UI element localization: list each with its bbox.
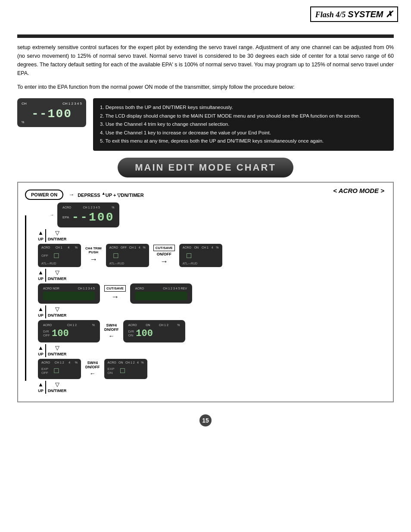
dr-off-label: D/ROFF [43,330,50,337]
dn-label-5: DN/TIMER [48,389,67,393]
right-arrow-ch4: → [90,255,97,264]
up-label-4: UP [38,352,44,356]
off-ch1b-header: ACRO OFF CH 1 4 % [109,246,146,249]
dr-off-header: ACRO CH 1 2 % [43,324,95,327]
exp-on-lcd: ACRO ON CH 1 2 4 % EXPON □ [104,359,147,379]
up-label-1: UP [38,237,44,241]
exp-row: ACRO CH 1 2 4 % EXPOFF □ SW#4DN/OFF ← [38,359,386,379]
depress-label: DEPRESS ▲UP + ▽DN/TIMER [78,191,143,198]
off-ch1-header: ACRO CH 1 4 % [41,246,78,249]
up-arrow-5: ▲ [38,381,44,388]
dr-on-pct: % [177,324,180,327]
vert-sep-2 [45,269,46,282]
on-off-label: ON/OFF [157,252,171,256]
dr-off-digits: 100 [52,328,69,339]
dn-label-4: DN/TIMER [48,352,67,356]
up-arrow-2: ▲ [38,269,44,276]
off-b-off: OFF [121,246,127,249]
exp-on-label: EXPON [108,367,115,375]
epa-lcd-header: ACRO CH 1 2 3 4 5 % [62,206,114,209]
lcd-acro: CH [22,102,27,106]
epa-acro: ACRO [62,206,71,209]
up-arrow-1: ▲ [38,230,44,236]
vert-sep-1 [45,229,46,242]
dr-on-ch: CH 1 2 [159,324,168,327]
procedure-steps: 1. Depress both the UP and DN/TIMER keys… [93,98,394,151]
dr-off-acro: ACRO [43,324,52,327]
nor-ch: CH 1 2 3 4 5 [78,287,95,290]
ch4-trim-container: CH4 TRIMPUSH → [85,246,102,264]
controls-row-1: ▲ UP ▽ DN/TIMER [38,229,386,242]
dr-on-digits: 100 [136,328,153,339]
off-b-square: □ [109,250,122,262]
power-on-button: POWER ON [25,190,63,200]
lcd-top-row: CH CH 1 2 3 4 5 [22,102,82,106]
exp-off-acro: ACRO [41,361,50,364]
dr-on-on: ON [146,324,150,327]
exp-off-pct: % [75,361,78,364]
step-2: 2. The LCD display should change to the … [100,112,387,121]
diagram-area: < ACRO MODE > POWER ON → DEPRESS ▲UP + ▽… [17,182,394,402]
lcd-channels: CH 1 2 3 4 5 [62,102,82,106]
row-off-ch4: ACRO CH 1 4 % OFF □ ATL—RUD CH4 TRIMPUSH… [38,244,386,267]
dn-label-1: DN/TIMER [48,237,67,241]
sw4-exp-container: SW#4DN/OFF ← [85,361,100,377]
procedure-section: CH CH 1 2 3 4 5 --100 % 1. Depress both … [17,98,394,151]
exp-on-header: ACRO ON CH 1 2 4 % [108,361,144,364]
step-5: 5. To exit this menu at any time, depres… [100,137,387,146]
dn-label-2: DN/TIMER [48,277,67,281]
epa-row: → ACRO CH 1 2 3 4 5 % EPA --100 [38,202,386,227]
epa-label: EPA [62,215,69,219]
dr-off-pct: % [92,324,95,327]
dr-on-label: D/RON [128,330,134,337]
up-arrow-3: ▲ [38,306,44,312]
off-num4: 4 [68,246,69,249]
exp-on-ch: CH 1 2 [125,361,135,364]
off-acro: ACRO [41,246,50,249]
epa-ch: CH 1 2 3 4 5 [83,206,100,209]
controls-row-5: ▲ UP ▽ DN/TIMER [38,381,386,394]
exp-on-on: ON [118,361,123,364]
exp-off-4: 4 [68,361,70,364]
up-label-5: UP [38,389,44,393]
logo-flash-text: Flash 4/5 [315,10,346,19]
exp-on-acro: ACRO [108,361,116,364]
cut-save-area: CUT/SAVE ON/OFF → [153,245,175,266]
power-on-area: POWER ON → DEPRESS ▲UP + ▽DN/TIMER [25,190,386,200]
up-label-3: UP [38,313,44,317]
step-4: 4. Use the Channel 1 key to increase or … [100,129,387,137]
up-label-2: UP [38,277,44,281]
vert-sep-5 [45,381,46,394]
step-3: 3. Use the Channel 4 trim key to change … [100,120,387,129]
vert-sep-3 [45,305,46,318]
on-4: 4 [212,246,213,249]
page: Flash 4/5 SYSTEM ✗ setup extremely sensi… [0,0,411,532]
ch4-trim-label: CH4 TRIMPUSH [85,246,102,254]
dn-arrow-5: ▽ [55,381,59,388]
cut-save-button[interactable]: CUT/SAVE [153,245,175,251]
procedure-lcd: CH CH 1 2 3 4 5 --100 % [17,98,86,127]
cut-save-nor: CUT/SAVE → [104,285,126,302]
lcd-on-ch1: ACRO ON CH 1 4 % □ ATL—RUD [179,244,222,267]
rev-bar [135,292,187,300]
vert-sep-4 [45,344,46,357]
epa-lcd: ACRO CH 1 2 3 4 5 % EPA --100 [57,202,119,227]
on-ch1-header: ACRO ON CH 1 4 % [183,246,219,249]
top-bar [17,34,394,38]
rev-acro: ACRO [135,287,144,290]
exp-off-label: EXPOFF [41,367,48,375]
left-vertical-bar [25,215,26,381]
chart-title: MAIN EDIT MODE CHART [118,158,293,177]
body-paragraph-2: To enter into the EPA function from the … [17,83,394,91]
cut-save-nor-btn[interactable]: CUT/SAVE [104,285,126,292]
exp-off-lcd: ACRO CH 1 2 4 % EXPOFF □ [38,359,81,379]
logo-system-text: SYSTEM ✗ [348,9,393,19]
off-b-acro: ACRO [109,246,118,249]
nor-bar [43,292,95,300]
exp-on-4: 4 [137,361,139,364]
acro-mode-label: < ACRO MODE > [333,187,384,194]
exp-on-square: □ [116,365,129,377]
off-pct: % [75,246,78,249]
ctrl-group-1: ▲ UP [38,230,44,241]
controls-row-2: ▲ UP ▽ DN/TIMER [38,269,386,282]
